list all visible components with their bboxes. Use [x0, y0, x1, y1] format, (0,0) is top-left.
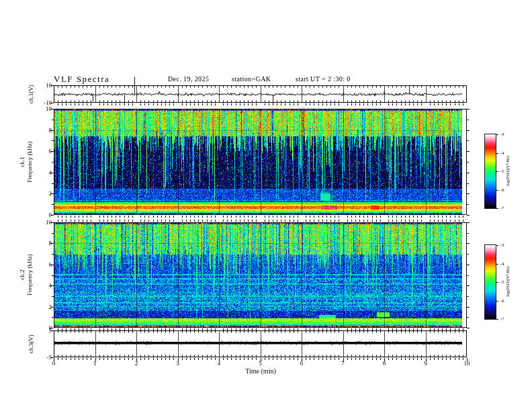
- time-tick-label: 4: [218, 360, 221, 367]
- spec2-freq-tick-label: 6: [49, 261, 52, 268]
- colorbar-tick-label: -5: [500, 279, 504, 285]
- spec1-freq-tick-label: 2: [49, 190, 52, 197]
- vlf-spectra-figure: VLF Spectra Dec. 19, 2025 station=GAK st…: [0, 0, 532, 411]
- time-tick-label: 7: [341, 360, 345, 367]
- colorbar-tick-label: -3: [500, 242, 504, 248]
- colorbar-tick-label: -4: [500, 261, 504, 267]
- spec2-freq-tick-label: 2: [49, 304, 52, 310]
- colorbar-tick-label: -7: [500, 316, 504, 322]
- spec1-freq-tick-label: 8: [49, 127, 52, 134]
- time-tick-label: 9: [424, 360, 427, 367]
- time-tick-label: 0: [52, 360, 56, 367]
- ch3-ytick-label: -5: [47, 354, 52, 361]
- spec1-freq-tick-label: 10: [46, 105, 52, 112]
- spec2-freq-tick-label: 4: [49, 282, 52, 289]
- colorbar-tick-label: -6: [500, 187, 504, 193]
- spec1-freq-tick-label: 6: [49, 148, 52, 154]
- time-tick-label: 8: [383, 360, 386, 367]
- spec1-freq-tick-label: 0: [49, 212, 52, 218]
- colorbar-tick-label: -3: [500, 132, 504, 137]
- colorbar-tick-label: -6: [500, 298, 504, 304]
- spec2-freq-tick-label: 10: [46, 219, 52, 226]
- time-tick-label: 5: [259, 360, 262, 367]
- ch3-ytick-label: 5: [49, 327, 52, 334]
- tick-labels-layer: 01234567891010-10108642010864205-5-3-4-5…: [0, 0, 532, 411]
- time-tick-label: 10: [464, 360, 470, 367]
- colorbar-tick-label: -4: [500, 150, 504, 156]
- time-tick-label: 2: [135, 360, 138, 367]
- spec1-freq-tick-label: 4: [49, 169, 52, 176]
- time-tick-label: 3: [176, 360, 179, 367]
- spec2-freq-tick-label: 8: [49, 240, 52, 246]
- ch1-ytick-label: 10: [46, 82, 52, 89]
- time-tick-label: 1: [93, 360, 97, 367]
- colorbar-tick-label: -5: [500, 169, 504, 174]
- colorbar-tick-label: -7: [500, 205, 504, 211]
- time-tick-label: 6: [300, 360, 304, 367]
